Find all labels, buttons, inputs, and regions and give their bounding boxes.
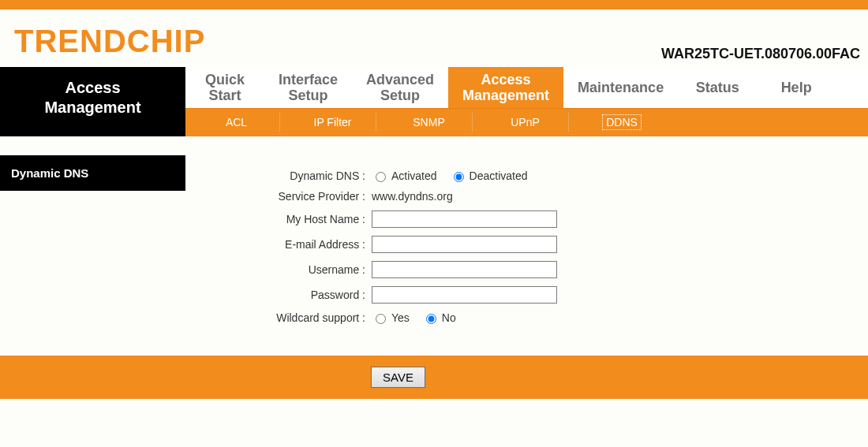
tab-label: Setup [366,88,434,104]
field-dynamic-dns: Activated Deactivated [372,169,536,182]
tab-label: Status [692,80,743,96]
side-column: Dynamic DNS [0,155,185,191]
label-email: E-mail Address : [190,238,372,251]
tab-label: Advanced [366,73,434,88]
field-wildcard: Yes No [372,311,464,324]
tab-label: Management [462,88,549,104]
row-dynamic-dns: Dynamic DNS : Activated Deactivated [190,169,863,182]
radio-wildcard-no-wrap[interactable]: No [422,311,456,324]
row-host-name: My Host Name : [190,210,863,228]
tab-label: Start [200,88,250,104]
label-host-name: My Host Name : [190,213,372,225]
tab-interface-setup[interactable]: Interface Setup [264,67,352,108]
tab-label: Maintenance [578,80,664,96]
subtab-ddns[interactable]: DDNS [578,113,665,132]
header: TRENDCHIP WAR25TC-UET.080706.00FAC [0,9,868,67]
input-password[interactable] [372,286,557,304]
radio-wildcard-yes-label: Yes [391,311,410,324]
label-username: Username : [190,263,372,276]
content: Dynamic DNS Dynamic DNS : Activated Deac… [0,155,868,332]
side-title: Dynamic DNS [0,155,185,191]
subtab-acl[interactable]: ACL [193,113,280,132]
label-wildcard: Wildcard support : [190,311,372,324]
tab-label: Help [771,80,821,96]
tab-label: Setup [279,88,338,104]
label-service-provider: Service Provider : [190,190,372,203]
nav-section-title: Access Management [0,67,185,136]
model-number: WAR25TC-UET.080706.00FAC [661,46,860,62]
row-email: E-mail Address : [190,236,863,253]
radio-wildcard-no[interactable] [426,314,436,324]
tab-maintenance[interactable]: Maintenance [563,67,678,108]
label-dynamic-dns: Dynamic DNS : [190,169,372,182]
label-password: Password : [190,289,372,301]
radio-activated-wrap[interactable]: Activated [372,169,437,182]
subtab-label: DDNS [602,114,642,130]
row-wildcard: Wildcard support : Yes No [190,311,863,324]
form-area: Dynamic DNS : Activated Deactivated Serv… [185,155,868,332]
subtab-label: IP Filter [314,116,352,129]
subtab-label: SNMP [413,116,444,129]
radio-activated[interactable] [376,172,386,182]
main-nav: Access Management Quick Start Interface … [0,67,868,136]
radio-wildcard-yes[interactable] [376,314,386,324]
subtab-ip-filter[interactable]: IP Filter [290,113,376,132]
save-bar: SAVE [0,356,868,399]
tab-status[interactable]: Status [678,67,757,108]
subtab-snmp[interactable]: SNMP [386,113,473,132]
row-username: Username : [190,261,863,278]
input-host-name[interactable] [372,210,557,228]
save-button[interactable]: SAVE [371,367,425,388]
tabs-row: Quick Start Interface Setup Advanced Set… [185,67,868,108]
tab-help[interactable]: Help [757,67,836,108]
input-username[interactable] [372,261,557,278]
radio-deactivated-label: Deactivated [470,169,528,182]
radio-wildcard-no-label: No [442,311,456,324]
subtab-upnp[interactable]: UPnP [482,113,569,132]
nav-section-title-l2: Management [8,98,178,117]
tab-quick-start[interactable]: Quick Start [185,67,264,108]
subtab-label: ACL [226,116,247,129]
subtabs-row: ACL IP Filter SNMP UPnP DDNS [185,108,868,135]
tab-advanced-setup[interactable]: Advanced Setup [352,67,448,108]
tab-label: Access [462,73,549,88]
nav-columns: Quick Start Interface Setup Advanced Set… [185,67,868,136]
value-service-provider: www.dyndns.org [372,190,453,203]
nav-section-title-l1: Access [8,78,178,98]
row-service-provider: Service Provider : www.dyndns.org [190,190,863,203]
subtab-label: UPnP [511,116,540,129]
tab-label: Interface [279,73,338,88]
radio-wildcard-yes-wrap[interactable]: Yes [372,311,410,324]
top-accent-bar [0,0,868,9]
tab-label: Quick [200,73,250,88]
tab-access-management[interactable]: Access Management [448,67,563,108]
radio-activated-label: Activated [391,169,437,182]
row-password: Password : [190,286,863,304]
radio-deactivated-wrap[interactable]: Deactivated [450,169,528,182]
radio-deactivated[interactable] [454,172,464,182]
input-email[interactable] [372,236,557,253]
